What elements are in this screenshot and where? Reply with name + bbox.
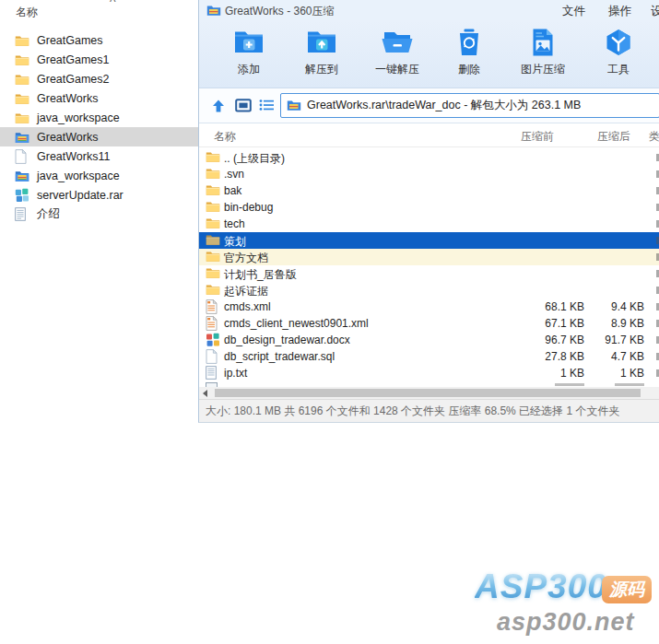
archive-path-text: GreatWorks.rar\tradeWar_doc - 解包大小为 263.… [307,94,581,117]
column-size-after[interactable]: 压缩后 [571,129,630,145]
explorer-item[interactable]: java_workspace [0,166,198,185]
column-type[interactable]: 类型 [649,129,659,145]
textdoc-icon [15,207,30,222]
file-row[interactable]: db_script_tradewar.sql27.8 KB4.7 KB [199,348,659,365]
size-after: 8.9 KB [589,317,644,330]
folder-icon [206,217,220,231]
toolbar-button-label: 一键解压 [365,62,430,77]
file-row[interactable]: bak [199,182,659,199]
view-mode-icon[interactable] [235,99,252,113]
file-name: .svn [224,168,244,181]
menu-clipped[interactable]: 设置 [651,4,659,19]
size-before: 96.7 KB [511,334,584,346]
explorer-item[interactable]: java_workspace [0,108,198,127]
column-name[interactable]: 名称 [214,129,236,145]
file-row[interactable]: bin-debug [199,199,659,216]
size-after: 1 KB [589,367,644,380]
extract-icon [305,28,338,61]
imgcompress-button[interactable]: 图片压缩 [511,28,575,85]
watermark: ASP300 源码 asp300.net [456,564,659,644]
file-row[interactable]: db_design_tradewar.docx96.7 KB91.7 KB [199,332,659,348]
file-name: ip.txt [224,367,247,380]
horizontal-scrollbar[interactable] [199,387,659,399]
file-name: 官方文档 [224,251,268,266]
rar-icon [15,188,30,203]
up-level-icon[interactable] [211,99,228,113]
docx-icon [206,333,220,347]
file-row[interactable]: 起诉证据 [199,282,659,299]
explorer-item[interactable]: GreatGames1 [0,50,198,69]
explorer-item-label: GreatWorks11 [37,150,110,163]
explorer-item[interactable]: GreatGames [0,30,198,50]
folder-icon [15,72,30,87]
delete-button[interactable]: 删除 [437,28,501,85]
explorer-item[interactable]: GreatGames2 [0,69,198,88]
explorer-item-label: serverUpdate.rar [37,189,124,202]
watermark-badge: 源码 [602,576,652,603]
size-before: 27.8 KB [511,350,584,363]
status-bar: 大小: 180.1 MB 共 6196 个文件和 1428 个文件夹 压缩率 6… [199,399,659,422]
explorer-item[interactable]: GreatWorks11 [0,146,198,166]
window-title: GreatWorks - 360压缩 [225,4,334,19]
xml-icon [206,299,220,314]
explorer-item[interactable]: GreatWorks [0,127,198,146]
extract-button[interactable]: 解压到 [289,28,354,85]
explorer-item[interactable]: 介绍 [0,205,198,224]
status-text: 大小: 180.1 MB 共 6196 个文件和 1428 个文件夹 压缩率 6… [206,404,619,417]
explorer-name-column-header[interactable]: 名称 [16,5,38,20]
file-row[interactable]: 策划 [199,232,659,249]
onekey-button[interactable]: 一键解压 [365,28,430,85]
add-button[interactable]: 添加 [217,28,281,85]
zip-window: GreatWorks - 360压缩 文件 操作 设置 添加解压到一键解压删除图… [198,0,659,423]
file-name: 起诉证据 [224,284,268,299]
explorer-item-label: GreatWorks [37,92,98,105]
file-row[interactable]: cmds.xml68.1 KB9.4 KB [199,299,659,315]
file-row[interactable]: .. (上级目录) [199,149,659,166]
size-before: 1 KB [511,367,584,380]
file-name: tech [224,217,245,230]
explorer-item-label: GreatGames2 [37,73,110,86]
file-list-header: 名称 压缩前 压缩后 类型 [199,123,659,147]
file-row[interactable]: 计划书_居鲁版 [199,265,659,282]
explorer-item-label: java_workspace [37,111,120,124]
menu-file[interactable]: 文件 [562,4,585,19]
folder-icon [15,91,30,106]
explorer-item[interactable]: GreatWorks [0,88,198,108]
archive-icon [15,130,30,145]
file-row[interactable]: 官方文档 [199,249,659,265]
address-field[interactable]: GreatWorks.rar\tradeWar_doc - 解包大小为 263.… [280,93,659,118]
watermark-site: asp300.net [497,608,635,637]
size-before: 67.1 KB [511,317,584,330]
sql-icon [206,349,220,364]
collapse-chevron-icon[interactable]: ^ [110,0,116,9]
folder-icon [15,33,30,48]
size-after: 91.7 KB [589,334,644,346]
explorer-pane: ^ 名称 GreatGamesGreatGames1GreatGames2Gre… [0,0,198,230]
menu-operation[interactable]: 操作 [608,4,631,19]
column-size-before[interactable]: 压缩前 [494,129,554,145]
folder-icon [206,266,220,281]
tools-button[interactable]: 工具 [586,28,651,85]
imgcompress-icon [526,28,559,61]
file-row[interactable]: cmds_client_newest0901.xml67.1 KB8.9 KB [199,315,659,332]
folder-icon [15,53,30,67]
folder-icon [15,111,30,125]
watermark-brand: ASP300 [475,568,607,606]
txt-icon [206,366,220,381]
explorer-item-label: GreatWorks [37,131,98,144]
explorer-item[interactable]: serverUpdate.rar [0,185,198,205]
size-after: 9.4 KB [589,300,644,313]
file-row[interactable]: tech [199,216,659,232]
toolbar-button-label: 添加 [217,62,281,77]
folder-icon [206,150,220,165]
app-archive-icon [206,4,221,17]
file-name: cmds_client_newest0901.xml [224,317,369,330]
list-view-icon[interactable] [259,99,276,113]
folder-icon [206,233,220,248]
file-name: db_design_tradewar.docx [224,334,350,346]
folder-icon [206,167,220,181]
file-row[interactable]: ip.txt1 KB1 KB [199,365,659,381]
scrollbar-thumb[interactable] [215,389,641,397]
scroll-left-arrow-icon[interactable] [203,390,207,397]
file-row[interactable]: .svn [199,166,659,182]
